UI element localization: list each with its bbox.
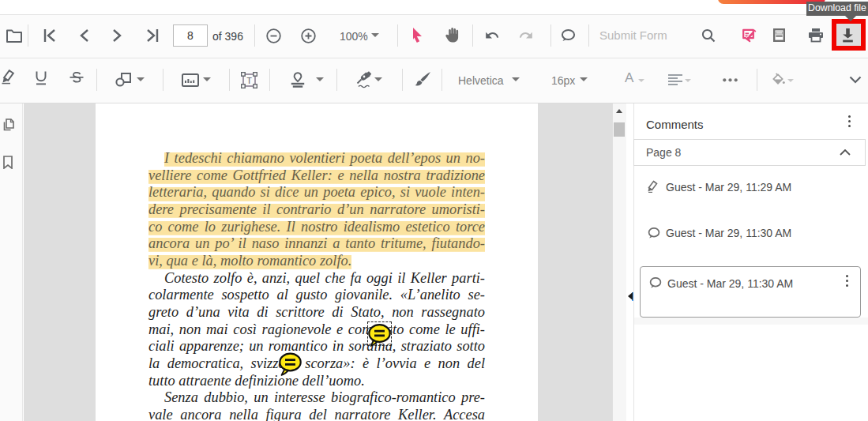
svg-text:T: T bbox=[246, 76, 252, 85]
